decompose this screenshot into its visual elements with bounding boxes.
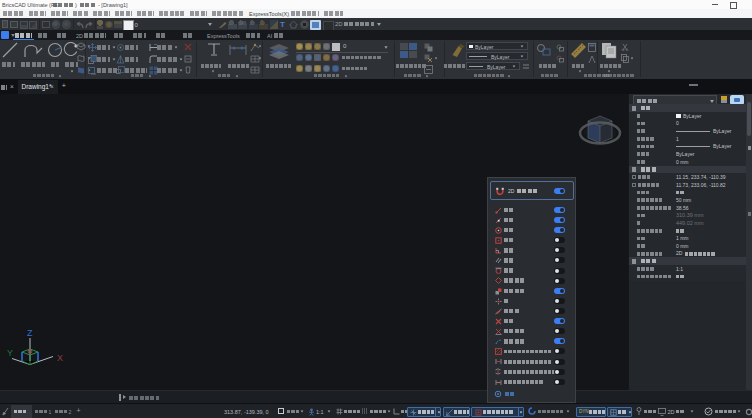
svg-text:Z: Z <box>27 328 33 338</box>
svg-text:Y: Y <box>7 348 13 358</box>
svg-text:X: X <box>57 353 63 363</box>
